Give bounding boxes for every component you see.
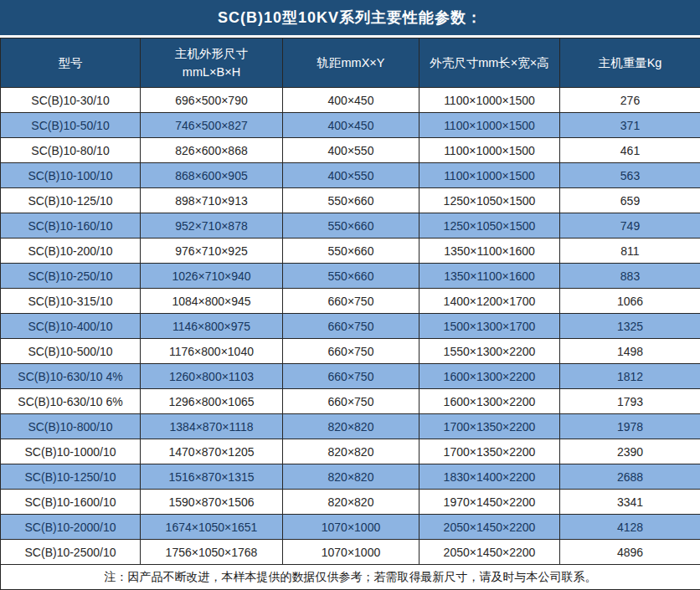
table-cell: 1070×1000 (283, 515, 419, 540)
table-cell: 550×660 (283, 213, 419, 239)
table-cell: 2390 (560, 439, 700, 464)
col-header-rail-gauge: 轨距mmX×Y (283, 38, 419, 88)
table-row: SC(B)10-630/10 4%1260×800×1103660×750160… (1, 364, 700, 389)
table-row: SC(B)10-80/10826×600×868400×5501100×1000… (1, 138, 700, 163)
col-header-model-label: 型号 (1, 54, 140, 72)
table-row: SC(B)10-125/10898×710×913550×6601250×105… (1, 188, 700, 213)
table-cell: 1260×800×1103 (141, 364, 283, 389)
table-row: SC(B)10-315/101084×800×945660×7501400×12… (1, 289, 700, 314)
table-cell: 659 (560, 188, 700, 213)
col-header-weight-label: 主机重量Kg (560, 54, 700, 72)
table-cell: SC(B)10-1000/10 (1, 439, 141, 464)
table-cell: SC(B)10-630/10 4% (1, 364, 141, 389)
table-row: SC(B)10-30/10696×500×790400×4501100×1000… (1, 88, 700, 113)
table-row: SC(B)10-1000/101470×870×1205820×8201700×… (1, 439, 700, 464)
table-cell: 550×660 (283, 239, 419, 264)
table-cell: SC(B)10-50/10 (1, 113, 141, 138)
table-row: SC(B)10-2000/101674×1050×16511070×100020… (1, 515, 700, 540)
table-cell: 2050×1450×2200 (419, 515, 560, 540)
table-cell: 461 (560, 138, 700, 163)
table-cell: 1350×1100×1600 (419, 264, 560, 289)
table-cell: 563 (560, 163, 700, 188)
table-cell: 1756×1050×1768 (141, 540, 283, 565)
table-cell: 400×450 (283, 88, 419, 113)
table-header: 型号 主机外形尺寸 mmL×B×H 轨距mmX×Y 外壳尺寸mm长×宽×高 主机… (1, 38, 700, 88)
table-cell: 1516×870×1315 (141, 464, 283, 490)
table-cell: 1812 (560, 364, 700, 389)
table-cell: 4896 (560, 540, 700, 565)
table-cell: 696×500×790 (141, 88, 283, 113)
table-cell: 1384×870×1118 (141, 414, 283, 439)
table-cell: 1600×1300×2200 (419, 389, 560, 414)
table-cell: 826×600×868 (141, 138, 283, 163)
table-cell: 1100×1000×1500 (419, 88, 560, 113)
table-cell: 400×550 (283, 138, 419, 163)
table-cell: SC(B)10-100/10 (1, 163, 141, 188)
table-cell: 746×500×827 (141, 113, 283, 138)
table-cell: 1325 (560, 314, 700, 339)
table-cell: 1700×1350×2200 (419, 439, 560, 464)
table-cell: SC(B)10-500/10 (1, 339, 141, 364)
table-cell: 1830×1400×2200 (419, 464, 560, 490)
table-cell: 660×750 (283, 339, 419, 364)
table-cell: 2688 (560, 464, 700, 490)
table-cell: 1470×870×1205 (141, 439, 283, 464)
table-cell: SC(B)10-630/10 6% (1, 389, 141, 414)
table-cell: 820×820 (283, 490, 419, 515)
table-cell: SC(B)10-2500/10 (1, 540, 141, 565)
table-cell: 883 (560, 264, 700, 289)
table-cell: SC(B)10-315/10 (1, 289, 141, 314)
table-cell: 550×660 (283, 264, 419, 289)
table-cell: 3341 (560, 490, 700, 515)
table-cell: 1250×1050×1500 (419, 213, 560, 239)
table-cell: SC(B)10-2000/10 (1, 515, 141, 540)
note-row: 注：因产品不断改进，本样本提供的数据仅供参考；若需取得最新尺寸，请及时与本公司联… (1, 565, 700, 590)
table-cell: 820×820 (283, 439, 419, 464)
table-cell: 1793 (560, 389, 700, 414)
table-row: SC(B)10-160/10952×710×878550×6601250×105… (1, 213, 700, 239)
table-row: SC(B)10-1250/101516×870×1315820×8201830×… (1, 464, 700, 490)
table-cell: 276 (560, 88, 700, 113)
col-header-main-dimensions-label: 主机外形尺寸 (141, 44, 282, 63)
table-cell: 1400×1200×1700 (419, 289, 560, 314)
table-footer: 注：因产品不断改进，本样本提供的数据仅供参考；若需取得最新尺寸，请及时与本公司联… (1, 565, 700, 590)
table-cell: SC(B)10-160/10 (1, 213, 141, 239)
table-cell: 4128 (560, 515, 700, 540)
table-cell: 1070×1000 (283, 540, 419, 565)
table-cell: 1500×1300×1700 (419, 314, 560, 339)
col-header-rail-gauge-label: 轨距mmX×Y (283, 54, 419, 72)
col-header-model: 型号 (1, 38, 141, 88)
col-header-weight: 主机重量Kg (560, 38, 700, 88)
table-cell: SC(B)10-1250/10 (1, 464, 141, 490)
table-row: SC(B)10-250/101026×710×940550×6601350×11… (1, 264, 700, 289)
table-cell: SC(B)10-125/10 (1, 188, 141, 213)
table-row: SC(B)10-500/101176×800×1040660×7501550×1… (1, 339, 700, 364)
table-row: SC(B)10-630/10 6%1296×800×1065660×750160… (1, 389, 700, 414)
table-cell: 1100×1000×1500 (419, 113, 560, 138)
table-cell: SC(B)10-1600/10 (1, 490, 141, 515)
table-row: SC(B)10-1600/101590×870×1506820×8201970×… (1, 490, 700, 515)
table-cell: 400×550 (283, 163, 419, 188)
table-cell: SC(B)10-80/10 (1, 138, 141, 163)
col-header-main-dimensions-sub: mmL×B×H (141, 63, 282, 81)
table-cell: 1296×800×1065 (141, 389, 283, 414)
col-header-shell-dimensions: 外壳尺寸mm长×宽×高 (419, 38, 560, 88)
specs-table: 型号 主机外形尺寸 mmL×B×H 轨距mmX×Y 外壳尺寸mm长×宽×高 主机… (0, 38, 700, 590)
table-cell: 1084×800×945 (141, 289, 283, 314)
table-cell: 1026×710×940 (141, 264, 283, 289)
table-cell: 811 (560, 239, 700, 264)
table-cell: SC(B)10-30/10 (1, 88, 141, 113)
table-cell: 400×450 (283, 113, 419, 138)
table-cell: 660×750 (283, 364, 419, 389)
table-row: SC(B)10-50/10746×500×827400×4501100×1000… (1, 113, 700, 138)
table-cell: 1674×1050×1651 (141, 515, 283, 540)
table-cell: SC(B)10-250/10 (1, 264, 141, 289)
table-cell: SC(B)10-400/10 (1, 314, 141, 339)
table-cell: 1550×1300×2200 (419, 339, 560, 364)
table-cell: 1250×1050×1500 (419, 188, 560, 213)
col-header-main-dimensions: 主机外形尺寸 mmL×B×H (141, 38, 283, 88)
table-cell: 1350×1100×1600 (419, 239, 560, 264)
table-cell: 1100×1000×1500 (419, 163, 560, 188)
table-cell: 820×820 (283, 414, 419, 439)
header-row: 型号 主机外形尺寸 mmL×B×H 轨距mmX×Y 外壳尺寸mm长×宽×高 主机… (1, 38, 700, 88)
